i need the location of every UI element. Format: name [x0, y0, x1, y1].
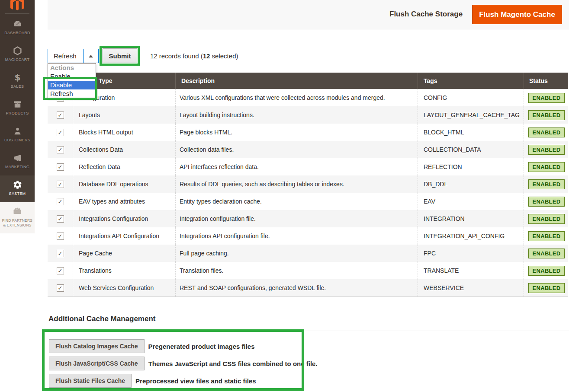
row-checkbox[interactable]	[57, 250, 64, 257]
tags-cell: INTEGRATION	[418, 210, 524, 227]
checkbox-cell	[48, 141, 73, 158]
cache-type-cell: Translations	[73, 262, 175, 279]
description-cell: Various XML configurations that were col…	[175, 89, 418, 106]
status-badge: ENABLED	[528, 162, 565, 172]
cache-type-cell: Page Cache	[73, 245, 175, 262]
row-checkbox[interactable]	[57, 112, 64, 119]
table-row: Collections DataCollection data files.CO…	[48, 141, 568, 158]
description-cell: Translation files.	[175, 262, 418, 279]
additional-cache-row: Flush JavaScript/CSS CacheThemes JavaScr…	[49, 357, 318, 370]
flush-catalog-images-cache-button[interactable]: Flush Catalog Images Cache	[49, 339, 145, 353]
cache-type-cell: Database DDL operations	[73, 175, 175, 193]
status-badge: ENABLED	[528, 214, 565, 224]
description-cell: Results of DDL queries, such as describi…	[175, 175, 418, 193]
table-row: Blocks HTML outputPage blocks HTML.BLOCK…	[48, 124, 568, 141]
dropdown-item-disable[interactable]: Disable	[48, 81, 96, 89]
row-checkbox[interactable]	[57, 181, 64, 188]
sidebar-item-customers[interactable]: CUSTOMERS	[0, 122, 35, 149]
magento-logo[interactable]	[9, 0, 26, 10]
cache-table-header: Cache TypeDescriptionTagsStatus	[48, 73, 568, 89]
flush-button-description: Preprocessed view files and static files	[135, 377, 256, 385]
sidebar-item-dashboard[interactable]: DASHBOARD	[0, 15, 35, 41]
cache-type-cell: EAV types and attributes	[73, 193, 175, 210]
mass-action-dropdown-list: ActionsEnableDisableRefresh	[48, 63, 96, 99]
row-checkbox[interactable]	[57, 163, 64, 171]
checkbox-cell	[48, 262, 73, 279]
sidebar-item-label: FIND PARTNERS & EXTENSIONS	[0, 218, 34, 228]
tags-cell: BLOCK_HTML	[418, 124, 524, 141]
status-badge: ENABLED	[528, 231, 565, 241]
tags-cell: TRANSLATE	[418, 262, 524, 279]
sales-icon: $	[13, 72, 23, 83]
submit-button[interactable]: Submit	[103, 48, 137, 63]
cache-table-body: ConfigurationVarious XML configurations …	[48, 89, 568, 296]
description-cell: Entity types declaration cache.	[175, 193, 418, 210]
status-badge: ENABLED	[528, 266, 565, 276]
sidebar: DASHBOARDMAGICCART$SALESPRODUCTSCUSTOMER…	[0, 0, 35, 202]
sidebar-item-system[interactable]: SYSTEM	[0, 175, 35, 202]
sidebar-item-label: SALES	[11, 84, 24, 89]
section-divider	[48, 331, 569, 331]
row-checkbox[interactable]	[57, 267, 64, 274]
status-cell: ENABLED	[524, 175, 568, 193]
description-cell: Page blocks HTML.	[175, 124, 418, 141]
sidebar-item-products[interactable]: PRODUCTS	[0, 95, 35, 122]
table-row: Integrations API ConfigurationIntegratio…	[48, 227, 568, 245]
status-cell: ENABLED	[524, 124, 568, 141]
marketing-icon	[13, 153, 23, 163]
tags-cell: LAYOUT_GENERAL_CACHE_TAG	[418, 106, 524, 124]
products-icon	[13, 99, 23, 110]
row-checkbox[interactable]	[57, 198, 64, 205]
cache-type-cell: Web Services Configuration	[73, 279, 175, 296]
flush-button-description: Pregenerated product images files	[148, 343, 255, 350]
sidebar-item-sales[interactable]: $SALES	[0, 68, 35, 95]
sidebar-item-magiccart[interactable]: MAGICCART	[0, 41, 35, 68]
status-badge: ENABLED	[528, 127, 565, 137]
dashboard-icon	[13, 19, 23, 29]
dropdown-item-actions[interactable]: Actions	[48, 64, 96, 72]
cache-management-page: DASHBOARDMAGICCART$SALESPRODUCTSCUSTOMER…	[0, 0, 569, 392]
flush-magento-cache-button[interactable]: Flush Magento Cache	[472, 5, 562, 24]
column-header-status: Status	[524, 73, 568, 89]
sidebar-item-find-partners[interactable]: FIND PARTNERS & EXTENSIONS	[0, 202, 35, 233]
row-checkbox[interactable]	[57, 284, 64, 292]
sidebar-item-label: DASHBOARD	[4, 31, 30, 35]
cache-type-cell: Reflection Data	[73, 158, 175, 175]
checkbox-cell	[48, 210, 73, 227]
cache-type-cell: Collections Data	[73, 141, 175, 158]
table-row: Database DDL operationsResults of DDL qu…	[48, 175, 568, 193]
extensions-icon	[12, 206, 23, 217]
chevron-up-icon[interactable]	[83, 49, 98, 63]
row-checkbox[interactable]	[57, 215, 64, 223]
flush-javascript-css-cache-button[interactable]: Flush JavaScript/CSS Cache	[49, 357, 145, 370]
selected-count: 12	[203, 52, 210, 60]
dropdown-item-enable[interactable]: Enable	[48, 72, 96, 81]
cache-type-cell: Integrations API Configuration	[73, 227, 175, 245]
sidebar-divider	[5, 13, 29, 14]
row-checkbox[interactable]	[57, 129, 64, 136]
description-cell: REST and SOAP configurations, generated …	[175, 279, 418, 296]
tags-cell: REFLECTION	[418, 158, 524, 175]
table-row: LayoutsLayout building instructions.LAYO…	[48, 106, 568, 124]
status-cell: ENABLED	[524, 227, 568, 245]
sidebar-menu: DASHBOARDMAGICCART$SALESPRODUCTSCUSTOMER…	[0, 15, 35, 202]
status-cell: ENABLED	[524, 245, 568, 262]
row-checkbox[interactable]	[57, 146, 64, 153]
customers-icon	[13, 126, 23, 137]
description-cell: Collection data files.	[175, 141, 418, 158]
status-cell: ENABLED	[524, 193, 568, 210]
magiccart-icon	[13, 45, 23, 56]
status-cell: ENABLED	[524, 106, 568, 124]
flush-static-files-cache-button[interactable]: Flush Static Files Cache	[49, 374, 132, 388]
status-badge: ENABLED	[528, 93, 565, 103]
checkbox-cell	[48, 227, 73, 245]
mass-action-select[interactable]: Refresh	[48, 49, 99, 63]
flush-cache-storage-button[interactable]: Flush Cache Storage	[389, 10, 463, 19]
cache-table: Cache TypeDescriptionTagsStatus Configur…	[48, 73, 568, 297]
row-checkbox[interactable]	[57, 233, 64, 240]
table-row: EAV types and attributesEntity types dec…	[48, 193, 568, 210]
sidebar-item-marketing[interactable]: MARKETING	[0, 149, 35, 175]
table-row: Integrations ConfigurationIntegration co…	[48, 210, 568, 227]
additional-cache-row: Flush Static Files CachePreprocessed vie…	[49, 374, 318, 388]
dropdown-item-refresh[interactable]: Refresh	[48, 89, 96, 98]
